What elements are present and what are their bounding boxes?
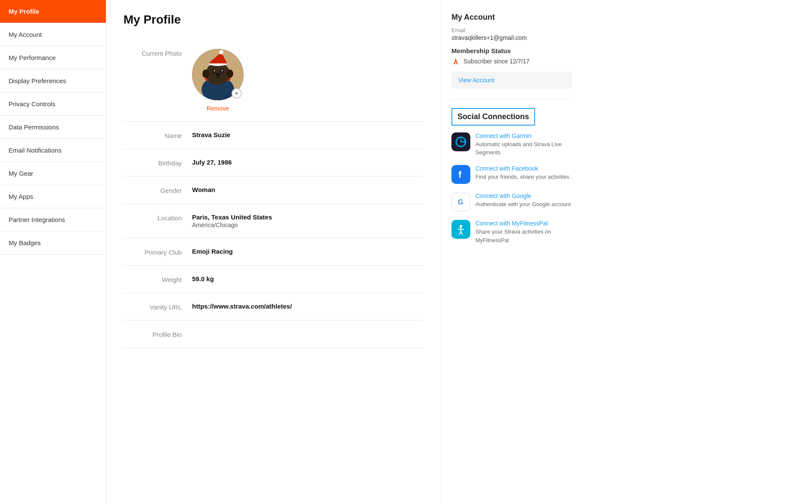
birthday-label: Birthday xyxy=(123,159,192,167)
google-text: Connect with Google Authenticate with yo… xyxy=(475,192,571,208)
primary-club-value: Emoji Racing xyxy=(192,248,233,255)
sidebar-item-my-gear[interactable]: My Gear xyxy=(0,162,106,185)
weight-value: 59.0 kg xyxy=(192,275,214,282)
sidebar-item-data-permissions[interactable]: Data Permissions xyxy=(0,116,106,139)
gender-value: Woman xyxy=(192,186,215,193)
myfitnesspal-link[interactable]: Connect with MyFitnessPal xyxy=(475,220,572,227)
location-label: Location xyxy=(123,213,192,222)
membership-label: Membership Status xyxy=(451,47,572,54)
social-item-google: G Connect with Google Authenticate with … xyxy=(451,192,572,211)
google-logo: G xyxy=(455,196,467,208)
vanity-url-row: Vanity URL https://www.strava.com/athlet… xyxy=(123,293,424,321)
name-row: Name Strava Suzie xyxy=(123,122,424,149)
sidebar-item-my-account[interactable]: My Account xyxy=(0,23,106,46)
sidebar-item-label: My Gear xyxy=(9,170,33,177)
sidebar-item-my-profile[interactable]: My Profile xyxy=(0,0,106,23)
facebook-link[interactable]: Connect with Facebook xyxy=(475,165,569,172)
name-label: Name xyxy=(123,131,192,139)
svg-text:f: f xyxy=(458,169,462,180)
social-connections-section: Social Connections Connect with Garmin A… xyxy=(451,108,572,244)
myfitnesspal-text: Connect with MyFitnessPal Share your Str… xyxy=(475,220,572,244)
primary-club-row: Primary Club Emoji Racing xyxy=(123,238,424,266)
svg-marker-14 xyxy=(454,58,458,64)
gender-label: Gender xyxy=(123,186,192,194)
weight-row: Weight 59.0 kg xyxy=(123,266,424,293)
svg-point-11 xyxy=(219,50,223,54)
account-title: My Account xyxy=(451,13,572,22)
myfitnesspal-desc: Share your Strava activities on MyFitnes… xyxy=(475,228,551,243)
myfitnesspal-icon xyxy=(451,220,470,239)
garmin-logo xyxy=(455,136,467,148)
sidebar-item-label: Display Preferences xyxy=(9,77,66,84)
name-value: Strava Suzie xyxy=(192,131,230,138)
sidebar: My Profile My Account My Performance Dis… xyxy=(0,0,106,504)
svg-point-8 xyxy=(216,73,220,76)
profile-bio-row: Profile Bio xyxy=(123,321,424,348)
primary-club-label: Primary Club xyxy=(123,248,192,256)
strava-chevron-icon xyxy=(452,57,460,65)
profile-section: Current Photo xyxy=(123,39,424,348)
main-content: My Profile Current Photo xyxy=(106,0,441,504)
facebook-logo: f xyxy=(455,168,467,180)
strava-icon xyxy=(451,57,460,66)
gender-row: Gender Woman xyxy=(123,177,424,204)
birthday-value: July 27, 1986 xyxy=(192,159,232,166)
view-account-button[interactable]: View Account xyxy=(451,72,572,89)
sidebar-item-label: Partner Integrations xyxy=(9,216,65,223)
social-connections-title: Social Connections xyxy=(451,108,535,126)
location-timezone: America/Chicago xyxy=(192,222,272,228)
email-label: Email xyxy=(451,27,572,33)
profile-bio-label: Profile Bio xyxy=(123,330,192,338)
photo-container: + Remove xyxy=(192,49,244,112)
social-item-garmin: Connect with Garmin Automatic uploads an… xyxy=(451,132,572,156)
email-value: stravaqkillers+1@gmail.com xyxy=(451,34,572,41)
sidebar-item-label: My Profile xyxy=(9,8,39,15)
location-row: Location Paris, Texas United States Amer… xyxy=(123,204,424,238)
sidebar-item-label: My Apps xyxy=(9,193,33,200)
subscriber-text: Subscriber since 12/7/17 xyxy=(463,58,529,65)
weight-label: Weight xyxy=(123,275,192,283)
garmin-desc: Automatic uploads and Strava Live Segmen… xyxy=(475,141,562,156)
location-city: Paris, Texas United States xyxy=(192,213,272,221)
sidebar-item-label: Privacy Controls xyxy=(9,100,55,108)
svg-point-12 xyxy=(202,69,209,78)
myfitnesspal-logo xyxy=(455,223,467,235)
account-card: My Account Email stravaqkillers+1@gmail.… xyxy=(451,13,572,89)
social-item-myfitnesspal: Connect with MyFitnessPal Share your Str… xyxy=(451,220,572,244)
facebook-text: Connect with Facebook Find your friends,… xyxy=(475,165,569,181)
google-desc: Authenticate with your Google account xyxy=(475,201,571,207)
vanity-url-label: Vanity URL xyxy=(123,303,192,311)
sidebar-item-my-performance[interactable]: My Performance xyxy=(0,46,106,69)
svg-point-6 xyxy=(214,70,215,72)
garmin-link[interactable]: Connect with Garmin xyxy=(475,132,572,139)
app-layout: My Profile My Account My Performance Dis… xyxy=(0,0,812,504)
social-item-facebook: f Connect with Facebook Find your friend… xyxy=(451,165,572,184)
remove-photo-link[interactable]: Remove xyxy=(192,105,244,112)
svg-point-7 xyxy=(222,70,223,72)
vanity-url-value: https://www.strava.com/athletes/ xyxy=(192,303,292,310)
location-value: Paris, Texas United States America/Chica… xyxy=(192,213,272,228)
sidebar-item-label: Data Permissions xyxy=(9,123,59,131)
sidebar-item-label: Email Notifications xyxy=(9,147,61,154)
birthday-row: Birthday July 27, 1986 xyxy=(123,149,424,177)
sidebar-item-my-apps[interactable]: My Apps xyxy=(0,185,106,208)
sidebar-item-email-notifications[interactable]: Email Notifications xyxy=(0,139,106,162)
sidebar-item-display-preferences[interactable]: Display Preferences xyxy=(0,69,106,93)
right-sidebar: My Account Email stravaqkillers+1@gmail.… xyxy=(441,0,582,504)
sidebar-item-partner-integrations[interactable]: Partner Integrations xyxy=(0,208,106,231)
sidebar-item-privacy-controls[interactable]: Privacy Controls xyxy=(0,93,106,116)
google-icon: G xyxy=(451,192,470,211)
sidebar-item-label: My Account xyxy=(9,31,42,38)
photo-row: Current Photo xyxy=(123,39,424,122)
sidebar-item-my-badges[interactable]: My Badges xyxy=(0,231,106,255)
svg-point-13 xyxy=(226,69,233,78)
sidebar-item-label: My Performance xyxy=(9,54,56,61)
avatar-plus-button[interactable]: + xyxy=(232,88,242,99)
svg-line-23 xyxy=(461,232,463,234)
svg-text:G: G xyxy=(458,198,463,206)
avatar-container: + xyxy=(192,49,244,100)
page-title: My Profile xyxy=(123,13,424,27)
divider xyxy=(451,99,572,99)
google-link[interactable]: Connect with Google xyxy=(475,192,571,199)
facebook-icon: f xyxy=(451,165,470,184)
